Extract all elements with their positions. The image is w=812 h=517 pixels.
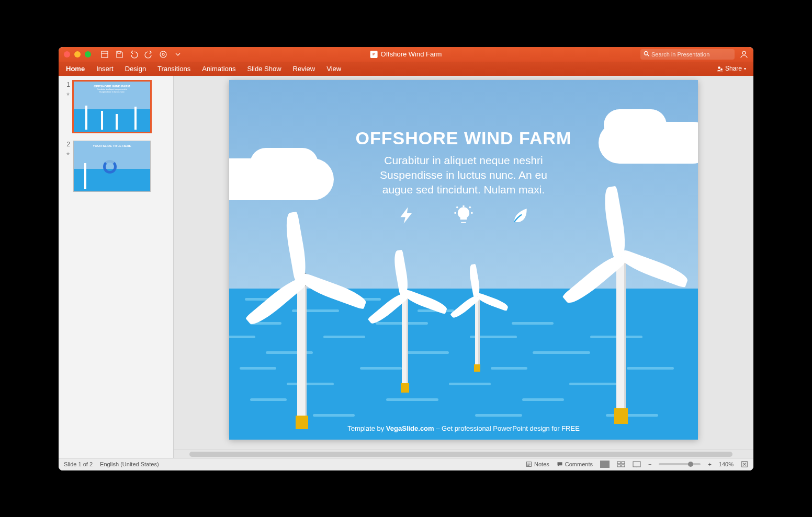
notes-button[interactable]: Notes: [526, 461, 549, 467]
tab-review[interactable]: Review: [293, 65, 315, 73]
share-button[interactable]: Share ▾: [717, 65, 746, 72]
svg-line-14: [469, 206, 470, 208]
zoom-slider[interactable]: [659, 463, 701, 465]
presentation-search[interactable]: [640, 49, 735, 60]
tab-animations[interactable]: Animations: [202, 65, 235, 73]
svg-rect-0: [102, 51, 108, 58]
save-icon[interactable]: [115, 50, 123, 59]
search-icon: [644, 51, 649, 58]
leaf-icon[interactable]: [510, 205, 530, 227]
comments-button[interactable]: Comments: [557, 461, 593, 467]
turbine[interactable]: [616, 257, 628, 424]
svg-line-6: [648, 55, 649, 56]
svg-rect-21: [617, 465, 621, 467]
window-controls: [64, 51, 91, 58]
turbine[interactable]: [402, 294, 409, 393]
scroll-thumb[interactable]: [189, 452, 732, 457]
slide-thumbnail-pane[interactable]: 1 ★ OFFSHORE WIND FARM Curabitur in aliq…: [59, 76, 174, 458]
slide-editor: OFFSHORE WIND FARM Curabitur in aliquet …: [174, 76, 753, 458]
titlebar: P Offshore Wind Farm: [59, 47, 753, 62]
zoom-out-button[interactable]: −: [648, 461, 651, 467]
minimize-window-button[interactable]: [74, 51, 81, 58]
svg-rect-23: [633, 462, 640, 467]
zoom-knob[interactable]: [688, 462, 693, 467]
turbine[interactable]: [475, 296, 480, 372]
transition-indicator-icon: ★: [63, 91, 70, 97]
slide-counter[interactable]: Slide 1 of 2: [64, 461, 93, 467]
zoom-level[interactable]: 140%: [719, 461, 734, 467]
transition-indicator-icon: ★: [63, 151, 70, 156]
bolt-icon[interactable]: [397, 205, 417, 227]
tab-slideshow[interactable]: Slide Show: [247, 65, 281, 73]
tab-insert[interactable]: Insert: [96, 65, 114, 73]
present-icon[interactable]: [159, 50, 167, 59]
fit-to-window-button[interactable]: [741, 461, 748, 468]
thumbnail-slide-2[interactable]: YOUR SLIDE TITLE HERE: [73, 141, 151, 192]
slide-subtitle[interactable]: Curabitur in aliquet neque neshri Suspen…: [292, 153, 635, 198]
reading-view-button[interactable]: [633, 461, 641, 467]
window-title: P Offshore Wind Farm: [370, 50, 442, 58]
zoom-window-button[interactable]: [85, 51, 91, 58]
normal-view-button[interactable]: [600, 461, 610, 468]
tab-view[interactable]: View: [326, 65, 341, 73]
language-status[interactable]: English (United States): [100, 461, 159, 467]
undo-icon[interactable]: [130, 50, 138, 59]
slide-title[interactable]: OFFSHORE WIND FARM: [229, 128, 698, 148]
search-input[interactable]: [651, 51, 731, 58]
powerpoint-doc-icon: P: [370, 51, 378, 58]
status-bar: Slide 1 of 2 English (United States) Not…: [59, 458, 753, 470]
tab-home[interactable]: Home: [66, 65, 85, 73]
doc-title: Offshore Wind Farm: [381, 50, 442, 58]
quick-access-toolbar: [100, 50, 182, 59]
svg-rect-19: [617, 462, 621, 464]
canvas-viewport[interactable]: OFFSHORE WIND FARM Curabitur in aliquet …: [174, 76, 753, 450]
horizontal-scrollbar[interactable]: [174, 450, 753, 458]
svg-point-3: [160, 51, 166, 58]
svg-point-5: [644, 51, 648, 55]
customize-qat-icon[interactable]: [174, 50, 182, 59]
thumbnail-row-1[interactable]: 1 ★ OFFSHORE WIND FARM Curabitur in aliq…: [63, 81, 167, 132]
workspace: 1 ★ OFFSHORE WIND FARM Curabitur in aliq…: [59, 76, 753, 458]
lightbulb-icon[interactable]: [454, 205, 473, 227]
svg-point-8: [718, 66, 720, 69]
redo-icon[interactable]: [144, 50, 153, 59]
svg-point-9: [720, 68, 723, 71]
close-window-button[interactable]: [64, 51, 70, 58]
svg-rect-2: [118, 51, 120, 53]
file-menu-icon[interactable]: [100, 50, 109, 59]
svg-rect-20: [622, 462, 625, 464]
zoom-in-button[interactable]: +: [708, 461, 711, 467]
svg-point-7: [742, 51, 746, 54]
slide-sorter-button[interactable]: [617, 461, 625, 467]
svg-point-4: [162, 53, 164, 55]
slide-footer[interactable]: Template by VegaSlide.com – Get professi…: [229, 424, 698, 432]
ribbon: Home Insert Design Transitions Animation…: [59, 62, 753, 76]
slide-canvas[interactable]: OFFSHORE WIND FARM Curabitur in aliquet …: [229, 80, 698, 440]
thumb-number: 2: [63, 141, 70, 148]
tab-design[interactable]: Design: [125, 65, 146, 73]
account-icon[interactable]: [740, 50, 748, 59]
svg-line-13: [457, 206, 458, 208]
thumb-number: 1: [63, 81, 70, 88]
thumbnail-slide-1[interactable]: OFFSHORE WIND FARM Curabitur in aliquet …: [73, 81, 151, 132]
svg-rect-22: [622, 465, 625, 467]
turbine[interactable]: [297, 280, 308, 429]
app-window: P Offshore Wind Farm Home Insert Design …: [59, 47, 753, 470]
tab-transitions[interactable]: Transitions: [157, 65, 190, 73]
thumbnail-row-2[interactable]: 2 ★ YOUR SLIDE TITLE HERE: [63, 141, 167, 192]
